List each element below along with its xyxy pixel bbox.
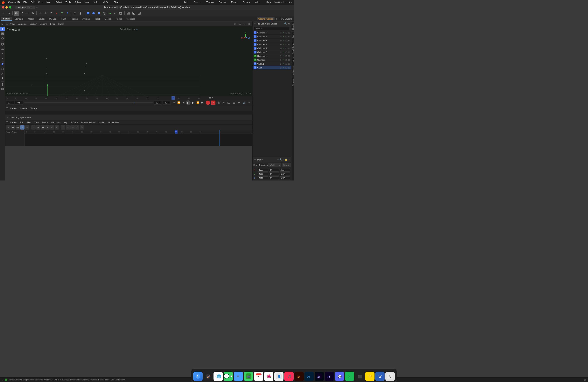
tab-sculpt[interactable]: Sculpt	[36, 17, 47, 21]
mode-points-button[interactable]	[19, 11, 24, 16]
reset-transform-button[interactable]: Reset Transform	[253, 164, 268, 166]
menu-edit[interactable]: Edit	[29, 0, 36, 4]
dope-bounce-btn[interactable]: ↻	[80, 125, 84, 129]
menu-file[interactable]: File	[22, 0, 28, 4]
obj-layer-icon[interactable]: ◫	[285, 39, 287, 42]
view-grid-button[interactable]	[126, 11, 131, 16]
obj-check-icon[interactable]: ✓	[282, 32, 285, 34]
object-item-cylinder6[interactable]: C Cylinder.6 ◎ ✓ ◫ ◰	[252, 35, 291, 39]
play-back-button[interactable]: ⏪	[177, 101, 181, 105]
dope-menu-icon[interactable]: ☰	[6, 121, 8, 124]
object-item-cylinder7[interactable]: C Cylinder.7 ◎ ✓ ◫ ◰	[252, 31, 291, 35]
object-item-cylinder4[interactable]: C Cylinder.4 ◎ ✓ ◫ ◰	[252, 42, 291, 46]
select-tool[interactable]	[0, 42, 5, 46]
obj-check-icon[interactable]: ✓	[282, 63, 285, 65]
obj-check-icon[interactable]: ✓	[282, 47, 285, 49]
dope-close-button[interactable]: ✕	[6, 116, 8, 119]
dope-functions-menu[interactable]: Functions	[50, 121, 62, 124]
tab-startup[interactable]: Startup	[1, 17, 12, 21]
speaker-button[interactable]: 🔊	[242, 101, 246, 105]
attrs-settings-icon[interactable]: ⚙	[288, 158, 290, 161]
end-frame-display2[interactable]: 90 F	[163, 101, 171, 105]
obj-visible-icon[interactable]: ◎	[280, 63, 282, 65]
tab-standard[interactable]: Standard	[12, 17, 26, 21]
viewport-navigate-icon[interactable]: ⊕	[233, 22, 237, 26]
tab-visualize[interactable]: Visualize	[124, 17, 137, 21]
menu-mesh[interactable]: Mesh	[83, 0, 91, 4]
dope-sel3-btn[interactable]	[41, 125, 45, 129]
mogrph-button[interactable]	[107, 11, 112, 16]
panel-view-label[interactable]: View	[265, 22, 270, 25]
spline-tool[interactable]	[0, 52, 5, 56]
maximize-button[interactable]	[9, 6, 11, 9]
side-tab-objects[interactable]: Objects	[292, 21, 294, 31]
world-dropdown[interactable]: World ▾	[269, 163, 281, 167]
render-button[interactable]	[131, 11, 136, 16]
menu-cr[interactable]: Cr…	[37, 0, 44, 4]
tab-rigging[interactable]: Rigging	[68, 17, 80, 21]
attr-z-value[interactable]: 0 cm	[258, 176, 268, 179]
render-settings-button[interactable]	[137, 11, 142, 16]
side-tab-takes[interactable]: Takes	[292, 31, 294, 40]
side-tab-structure[interactable]: Structure	[292, 76, 294, 87]
obj-visible-icon[interactable]: ◎	[280, 66, 282, 69]
dope-key-menu[interactable]: Key	[63, 121, 69, 124]
materials-material-menu[interactable]: Material	[19, 107, 28, 110]
obj-check-icon[interactable]: ✓	[282, 51, 285, 53]
obj-visible-icon[interactable]: ◎	[280, 35, 282, 38]
add-layout-button[interactable]: +	[276, 17, 277, 21]
move-tool[interactable]	[0, 27, 5, 31]
obj-lock-icon[interactable]: ◰	[288, 55, 290, 57]
object-item-cylinder5[interactable]: C Cylinder.5 ◎ ✓ ◫ ◰	[252, 39, 291, 42]
attr-z-rot[interactable]: 0 °	[269, 176, 279, 179]
tab-close-icon[interactable]: ✕	[31, 6, 33, 9]
camera-button[interactable]	[118, 11, 123, 16]
viewport-menu-icon[interactable]: ☰	[6, 22, 8, 25]
attr-y-scale[interactable]: 0 cm	[280, 172, 290, 175]
dope-key2-btn[interactable]: ◇	[50, 125, 54, 129]
attr-x-value[interactable]: 0 cm	[258, 169, 268, 171]
tab-model[interactable]: Model	[26, 17, 36, 21]
end-frame-display[interactable]: 90 F	[154, 101, 162, 105]
obj-layer-icon[interactable]: ◫	[285, 47, 287, 49]
close-button[interactable]	[2, 6, 4, 9]
tab-paint[interactable]: Paint	[59, 17, 68, 21]
dope-text-btn[interactable]: A	[20, 125, 24, 129]
menu-char[interactable]: Char…	[112, 0, 122, 4]
dope-timeline-btn[interactable]	[16, 125, 20, 129]
obj-lock-icon[interactable]: ◰	[288, 43, 290, 45]
tab-isometric[interactable]: isometric.c4d ✕	[16, 6, 35, 9]
dope-dot-btn[interactable]: ●	[25, 125, 29, 129]
dope-frame-menu[interactable]: Frame	[41, 121, 49, 124]
joint-tool[interactable]	[0, 82, 5, 86]
coord-system-button[interactable]	[73, 11, 78, 16]
cube-tool-button[interactable]	[85, 11, 91, 16]
mode-edges-button[interactable]	[25, 11, 30, 16]
viewport-filter-menu[interactable]: Filter	[49, 22, 56, 25]
menu-tools[interactable]: Tools	[64, 0, 72, 4]
auto-key-button[interactable]	[217, 101, 221, 105]
dope-fcurve-menu[interactable]: F-Curve	[69, 121, 80, 124]
dope-edit-menu[interactable]: Edit	[19, 121, 24, 124]
attrs-lock-icon[interactable]: 🔒	[285, 158, 287, 161]
tab-nodes[interactable]: Nodes	[113, 17, 124, 21]
polygon-tool[interactable]	[0, 47, 5, 51]
obj-lock-icon[interactable]: ◰	[288, 59, 290, 61]
viewport-cameras-menu[interactable]: Cameras	[17, 22, 28, 25]
menu-ani[interactable]: Ani…	[182, 0, 190, 4]
obj-lock-icon[interactable]: ◰	[288, 32, 290, 34]
obj-lock-icon[interactable]: ◰	[288, 66, 290, 69]
play-button[interactable]: ▶	[186, 100, 190, 105]
obj-check-icon[interactable]: ✓	[282, 55, 285, 57]
obj-layer-icon[interactable]: ◫	[285, 63, 287, 65]
rotate-tool-button[interactable]	[49, 11, 54, 16]
dope-key1-btn[interactable]: ◆	[45, 125, 50, 129]
menu-mog[interactable]: MoG…	[101, 0, 111, 4]
viewport-home-icon[interactable]: ⌂	[238, 22, 242, 26]
rotate-tool[interactable]	[0, 36, 5, 41]
dope-mode-btn[interactable]: ▦	[6, 125, 10, 129]
dope-bookmarks-menu[interactable]: Bookmarks	[107, 121, 120, 124]
cylinder-tool-button[interactable]	[96, 11, 102, 16]
paint-tool[interactable]	[0, 56, 5, 61]
obj-lock-icon[interactable]: ◰	[288, 51, 290, 53]
